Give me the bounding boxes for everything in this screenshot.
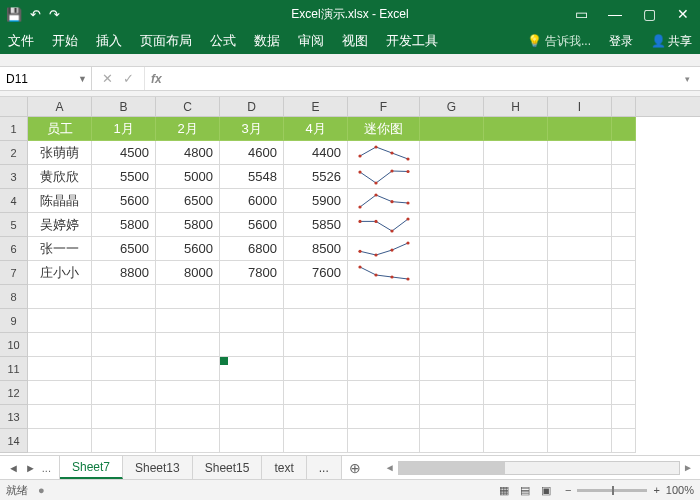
- cell[interactable]: 6800: [220, 237, 284, 261]
- cell[interactable]: [484, 141, 548, 165]
- scroll-right-icon[interactable]: ►: [680, 462, 696, 473]
- cell[interactable]: [348, 285, 420, 309]
- cell[interactable]: [548, 237, 612, 261]
- cell[interactable]: [92, 429, 156, 453]
- cell[interactable]: 5500: [92, 165, 156, 189]
- share-button[interactable]: 👤共享: [651, 33, 692, 50]
- cell[interactable]: 员工: [28, 117, 92, 141]
- cell[interactable]: [28, 309, 92, 333]
- cell[interactable]: 4500: [92, 141, 156, 165]
- cell[interactable]: 5600: [220, 213, 284, 237]
- col-header[interactable]: F: [348, 97, 420, 116]
- cell[interactable]: [612, 189, 636, 213]
- cell[interactable]: [348, 357, 420, 381]
- cell[interactable]: [420, 213, 484, 237]
- col-header[interactable]: [612, 97, 636, 116]
- cell[interactable]: [284, 405, 348, 429]
- cell[interactable]: 迷你图: [348, 117, 420, 141]
- sparkline-cell[interactable]: [348, 261, 420, 285]
- sheet-tab[interactable]: text: [262, 456, 306, 479]
- sparkline-cell[interactable]: [348, 189, 420, 213]
- horizontal-scrollbar[interactable]: ◄ ►: [368, 456, 700, 479]
- cell[interactable]: [484, 213, 548, 237]
- tab-insert[interactable]: 插入: [96, 32, 122, 50]
- cell[interactable]: [548, 405, 612, 429]
- cell[interactable]: [420, 165, 484, 189]
- col-header[interactable]: G: [420, 97, 484, 116]
- sheet-next-icon[interactable]: ►: [25, 462, 36, 474]
- ribbon-minimize-icon[interactable]: ▭: [564, 0, 598, 28]
- cell[interactable]: [612, 285, 636, 309]
- cell[interactable]: [420, 261, 484, 285]
- tab-file[interactable]: 文件: [8, 32, 34, 50]
- cell[interactable]: [28, 285, 92, 309]
- cell[interactable]: [92, 405, 156, 429]
- row-header[interactable]: 9: [0, 309, 28, 333]
- cell[interactable]: [156, 405, 220, 429]
- view-layout-icon[interactable]: ▤: [516, 484, 534, 496]
- cell[interactable]: 5600: [92, 189, 156, 213]
- cell[interactable]: [156, 357, 220, 381]
- expand-formula-icon[interactable]: ▾: [679, 74, 696, 84]
- cell[interactable]: [548, 189, 612, 213]
- cell[interactable]: [484, 189, 548, 213]
- maximize-icon[interactable]: ▢: [632, 0, 666, 28]
- cell[interactable]: 黄欣欣: [28, 165, 92, 189]
- row-header[interactable]: 12: [0, 381, 28, 405]
- cell[interactable]: [548, 309, 612, 333]
- cell[interactable]: [420, 405, 484, 429]
- zoom-in-icon[interactable]: +: [653, 484, 659, 496]
- cell[interactable]: [156, 309, 220, 333]
- cell[interactable]: [548, 165, 612, 189]
- minimize-icon[interactable]: —: [598, 0, 632, 28]
- sparkline-cell[interactable]: [348, 141, 420, 165]
- cell[interactable]: 4月: [284, 117, 348, 141]
- row-header[interactable]: 3: [0, 165, 28, 189]
- col-header[interactable]: A: [28, 97, 92, 116]
- scroll-track[interactable]: [398, 461, 680, 475]
- cell[interactable]: 2月: [156, 117, 220, 141]
- cell[interactable]: [348, 429, 420, 453]
- row-header[interactable]: 10: [0, 333, 28, 357]
- worksheet-grid[interactable]: A B C D E F G H I 1员工1月2月3月4月迷你图2张萌萌4500…: [0, 97, 700, 455]
- cell[interactable]: [420, 285, 484, 309]
- cell[interactable]: 庄小小: [28, 261, 92, 285]
- save-icon[interactable]: 💾: [6, 7, 22, 22]
- col-header[interactable]: B: [92, 97, 156, 116]
- cell[interactable]: [220, 405, 284, 429]
- cell[interactable]: [548, 429, 612, 453]
- col-header[interactable]: I: [548, 97, 612, 116]
- cell[interactable]: [420, 381, 484, 405]
- cell[interactable]: [484, 237, 548, 261]
- tab-view[interactable]: 视图: [342, 32, 368, 50]
- row-header[interactable]: 7: [0, 261, 28, 285]
- cell[interactable]: 5000: [156, 165, 220, 189]
- cell[interactable]: [220, 429, 284, 453]
- cell[interactable]: [220, 333, 284, 357]
- cell[interactable]: 8500: [284, 237, 348, 261]
- cell[interactable]: [612, 141, 636, 165]
- cell[interactable]: [28, 333, 92, 357]
- cell[interactable]: [420, 429, 484, 453]
- sheet-more-icon[interactable]: ...: [42, 462, 51, 474]
- cell[interactable]: [612, 381, 636, 405]
- sheet-tab[interactable]: Sheet7: [60, 456, 123, 479]
- cell[interactable]: 5800: [92, 213, 156, 237]
- cell[interactable]: [92, 285, 156, 309]
- cell[interactable]: [220, 309, 284, 333]
- cell[interactable]: [484, 381, 548, 405]
- cell[interactable]: [156, 333, 220, 357]
- cell[interactable]: [28, 357, 92, 381]
- cell[interactable]: [420, 309, 484, 333]
- cell[interactable]: [548, 285, 612, 309]
- cell[interactable]: [484, 165, 548, 189]
- cell[interactable]: [284, 429, 348, 453]
- cell[interactable]: 1月: [92, 117, 156, 141]
- cell[interactable]: [348, 405, 420, 429]
- cell[interactable]: [348, 333, 420, 357]
- cell[interactable]: 8800: [92, 261, 156, 285]
- cell[interactable]: [420, 141, 484, 165]
- cell[interactable]: [548, 141, 612, 165]
- cell[interactable]: 5548: [220, 165, 284, 189]
- cell[interactable]: [548, 381, 612, 405]
